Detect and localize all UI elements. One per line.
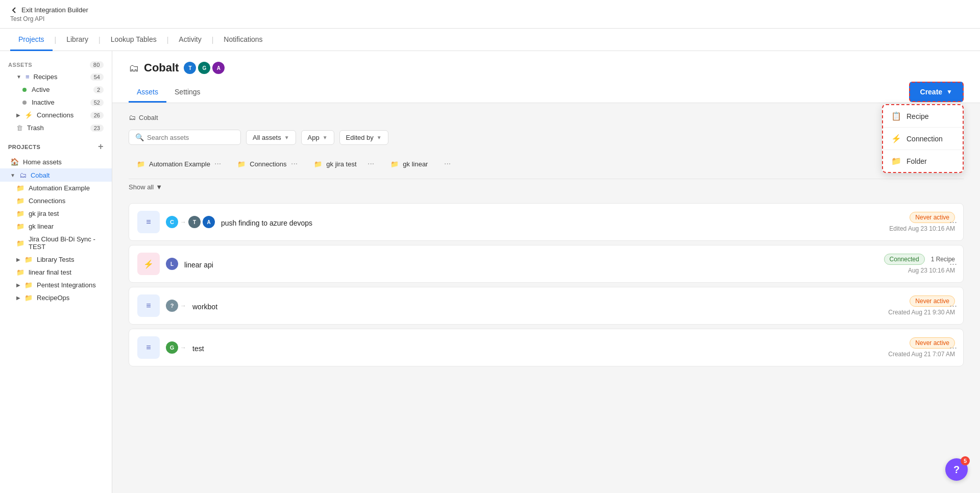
search-input[interactable] [147, 134, 234, 141]
sidebar-folder-library-tests[interactable]: ▶ 📁 Library Tests [0, 253, 112, 266]
tab-notifications[interactable]: Notifications [215, 29, 271, 51]
create-recipe-label: Recipe [906, 112, 929, 120]
sidebar: ASSETS 80 ▼ ≡ Recipes 54 Active 2 Inacti… [0, 51, 112, 493]
sidebar-item-cobalt[interactable]: ▼ 🗂 Cobalt [0, 168, 112, 182]
create-button[interactable]: Create ▼ [909, 82, 964, 102]
sidebar-item-inactive[interactable]: Inactive 52 [0, 96, 112, 109]
asset-icon-recipe-1: ≡ [137, 211, 160, 233]
folder-gk-linear-more-button[interactable]: ··· [444, 159, 451, 168]
asset-more-button-3[interactable]: ··· [949, 301, 957, 311]
asset-more-button-1[interactable]: ··· [949, 217, 957, 228]
sidebar-folder-automation[interactable]: 📁 Automation Example [0, 182, 112, 194]
asset-name-3[interactable]: workbot [192, 303, 882, 311]
filter-all-label: All assets [253, 134, 281, 141]
show-all-button[interactable]: Show all ▼ [129, 179, 964, 195]
folder-label-automation: Automation Example [29, 184, 90, 192]
folder-icon-jira-cloud: 📁 [16, 239, 24, 247]
tab-activity[interactable]: Activity [170, 29, 209, 51]
sidebar-folder-gk-jira[interactable]: 📁 gk jira test [0, 207, 112, 220]
sidebar-folder-linear-final[interactable]: 📁 linear final test [0, 266, 112, 279]
breadcrumb-label[interactable]: Cobalt [139, 114, 158, 121]
folder-item-gk-linear[interactable]: 📁 gk linear ··· [382, 155, 459, 172]
asset-name-4[interactable]: test [192, 344, 882, 353]
folder-icon-linear-final: 📁 [16, 268, 24, 276]
create-recipe-item[interactable]: 📋 Recipe [883, 105, 963, 127]
sidebar-item-trash[interactable]: 🗑 Trash 23 [0, 121, 112, 134]
folder-icon-recipeops: 📁 [24, 294, 33, 302]
connections-count-badge: 26 [90, 112, 104, 119]
folder-automation-more-button[interactable]: ··· [214, 159, 221, 168]
asset-chips-3: ? → [166, 300, 186, 312]
main-tab-assets[interactable]: Assets [129, 83, 166, 103]
asset-name-1[interactable]: push finding to azure devops [221, 219, 883, 227]
tab-projects[interactable]: Projects [10, 29, 53, 51]
folder-item-gk-jira[interactable]: 📁 gk jira test ··· [306, 155, 382, 172]
filter-bar: 🔍 All assets ▼ App ▼ Edited by ▼ [129, 130, 964, 145]
sidebar-item-active[interactable]: Active 2 [0, 83, 112, 96]
folder-icon-library-tests: 📁 [24, 256, 33, 263]
asset-info-1: push finding to azure devops [221, 217, 883, 227]
back-button[interactable]: Exit Integration Builder [10, 6, 88, 14]
chip-wb: ? [166, 300, 178, 312]
asset-status-2: Connected 1 Recipe Aug 23 10:16 AM [884, 254, 955, 274]
status-badge-4: Never active [910, 337, 955, 349]
asset-item-workbot: ≡ ? → workbot Never active Created Aug 2… [129, 287, 964, 325]
back-label: Exit Integration Builder [21, 6, 88, 14]
create-folder-item[interactable]: 📁 Folder [883, 150, 963, 172]
chip-t: T [188, 216, 201, 228]
active-bullet-icon [22, 88, 27, 92]
filter-edited-by[interactable]: Edited by ▼ [339, 130, 388, 145]
filter-all-assets[interactable]: All assets ▼ [246, 130, 296, 145]
tab-lookup-tables[interactable]: Lookup Tables [103, 29, 165, 51]
folder-item-name-connections: Connections [250, 160, 286, 168]
create-connection-label: Connection [906, 135, 943, 143]
folder-label-recipeops: RecipeOps [37, 294, 69, 302]
asset-meta-2: Aug 23 10:16 AM [908, 267, 955, 274]
folder-connections-more-button[interactable]: ··· [291, 159, 298, 168]
asset-name-2[interactable]: linear api [184, 261, 878, 269]
library-tests-chevron: ▶ [16, 257, 20, 262]
sidebar-item-home-assets[interactable]: 🏠 Home assets [0, 155, 112, 168]
recipes-icon: ≡ [26, 73, 30, 81]
nav-sep-4: | [212, 36, 214, 44]
search-box[interactable]: 🔍 [129, 130, 241, 145]
sidebar-folder-recipeops[interactable]: ▶ 📁 RecipeOps [0, 291, 112, 304]
add-project-button[interactable]: + [98, 141, 104, 152]
asset-status-3: Never active Created Aug 21 9:30 AM [888, 295, 955, 316]
create-caret-icon: ▼ [946, 88, 952, 95]
status-badge-2: Connected [884, 254, 925, 265]
create-connection-item[interactable]: ⚡ Connection [883, 128, 963, 150]
asset-more-button-4[interactable]: ··· [949, 342, 957, 353]
asset-more-button-2[interactable]: ··· [949, 259, 957, 269]
folder-label-linear-final: linear final test [29, 268, 71, 276]
folder-item-connections[interactable]: 📁 Connections ··· [229, 155, 306, 172]
sidebar-folder-pentest[interactable]: ▶ 📁 Pentest Integrations [0, 279, 112, 291]
folder-icon-automation: 📁 [16, 184, 24, 192]
connections-icon: ⚡ [24, 111, 33, 119]
folder-icon-pentest: 📁 [24, 281, 33, 289]
filter-edited-label: Edited by [346, 134, 374, 141]
folder-item-automation[interactable]: 📁 Automation Example ··· [129, 155, 229, 172]
help-button[interactable]: ? 5 [945, 458, 968, 481]
top-bar-back[interactable]: Exit Integration Builder Test Org API [10, 6, 88, 22]
sidebar-item-connections[interactable]: ▶ ⚡ Connections 26 [0, 109, 112, 121]
main-tab-settings[interactable]: Settings [166, 83, 209, 103]
sidebar-folder-gk-linear[interactable]: 📁 gk linear [0, 220, 112, 233]
filter-app[interactable]: App ▼ [301, 130, 334, 145]
connection-icon-2: ⚡ [143, 259, 154, 269]
tab-library[interactable]: Library [58, 29, 96, 51]
sidebar-folder-jira-cloud[interactable]: 📁 Jira Cloud Bi-Di Sync - TEST [0, 233, 112, 253]
home-icon: 🏠 [10, 158, 19, 166]
avatar-a: A [212, 62, 225, 74]
show-all-label: Show all [129, 183, 154, 191]
inactive-bullet-icon [22, 101, 27, 105]
sidebar-item-recipes[interactable]: ▼ ≡ Recipes 54 [0, 70, 112, 83]
breadcrumb-icon: 🗂 [129, 113, 136, 121]
folder-gk-jira-more-button[interactable]: ··· [368, 159, 374, 168]
sidebar-folder-connections[interactable]: 📁 Connections [0, 194, 112, 207]
create-dropdown-menu: 📋 Recipe ⚡ Connection 📁 Folder [882, 104, 964, 173]
connections-label: Connections [37, 111, 74, 119]
folder-item-icon-automation: 📁 [137, 160, 145, 168]
chip-g: G [166, 341, 178, 354]
folder-item-name-gk-linear: gk linear [403, 160, 428, 168]
